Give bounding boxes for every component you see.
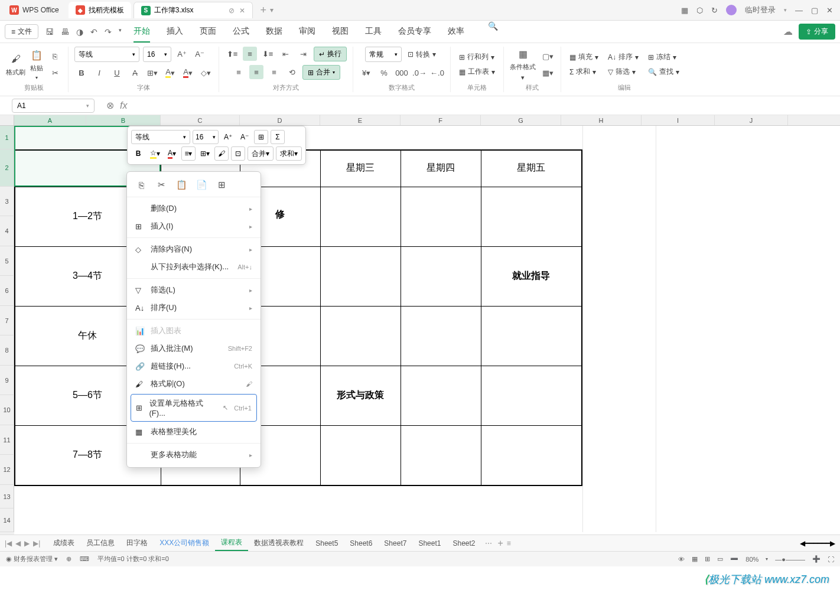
row-header-6[interactable]: 6: [0, 276, 14, 306]
merge-cells-button[interactable]: ⊞合并▾: [302, 65, 340, 80]
mini-sum-text[interactable]: 求和▾: [276, 146, 302, 161]
mini-fontcolor[interactable]: A▾: [165, 146, 179, 161]
mini-inc-font[interactable]: A⁺: [221, 130, 235, 144]
worksheet-button[interactable]: ▦工作表▾: [457, 66, 497, 78]
select-all-corner[interactable]: [0, 115, 14, 125]
indicator-button[interactable]: ◉ 财务报表管理 ▾: [6, 555, 58, 563]
row-header-8[interactable]: 8: [0, 335, 14, 366]
row-header-9[interactable]: 9: [0, 366, 14, 395]
user-avatar[interactable]: [726, 5, 737, 15]
zoom-slider[interactable]: —●———: [775, 556, 805, 563]
ctx-comment[interactable]: 💬插入批注(M)Shift+F2: [127, 340, 261, 357]
mini-fmtbrush[interactable]: 🖌: [214, 146, 229, 161]
ctx-delete[interactable]: 删除(D)▸: [127, 200, 261, 217]
file-tab[interactable]: S 工作簿3.xlsx ⊘ ✕: [134, 2, 253, 18]
zoom-in-button[interactable]: ➕: [812, 555, 821, 563]
rowcol-button[interactable]: ⊞行和列▾: [457, 51, 497, 63]
decrease-indent-button[interactable]: ⇤: [278, 47, 292, 61]
col-header-E[interactable]: E: [320, 115, 401, 125]
borders-button[interactable]: ⊞▾: [145, 66, 159, 80]
row-header-1[interactable]: 1: [0, 126, 14, 149]
view-reading-icon[interactable]: ▭: [717, 555, 723, 563]
history-icon[interactable]: ↻: [711, 6, 718, 15]
save-icon[interactable]: 🖫: [45, 27, 54, 37]
ctx-clear[interactable]: ◇清除内容(N)▸: [127, 240, 261, 258]
sheet-tab-7[interactable]: Sheet6: [344, 537, 378, 550]
row-header-3[interactable]: 3: [0, 187, 14, 216]
increase-indent-button[interactable]: ⇥: [296, 47, 310, 61]
align-middle-button[interactable]: ≡: [243, 47, 257, 61]
mini-autofit[interactable]: ⊡: [231, 146, 245, 161]
mini-border[interactable]: ⊞▾: [198, 146, 212, 161]
tab-tools[interactable]: 工具: [365, 21, 382, 43]
filter-button[interactable]: ▽筛选▾: [605, 66, 641, 78]
login-chevron-icon[interactable]: ▾: [784, 7, 787, 13]
orientation-button[interactable]: ⟲: [285, 65, 299, 79]
col-header-I[interactable]: I: [642, 115, 715, 125]
ctx-paste-icon[interactable]: 📋: [175, 179, 187, 191]
close-window-button[interactable]: ✕: [826, 6, 833, 15]
keyboard-icon[interactable]: ⌨: [80, 555, 89, 563]
tab-page[interactable]: 页面: [200, 21, 216, 43]
find-button[interactable]: 🔍查找▾: [646, 66, 682, 78]
app-grid-icon[interactable]: ▦: [681, 6, 688, 15]
row-header-5[interactable]: 5: [0, 246, 14, 276]
fill-color-button[interactable]: ◇▾: [198, 66, 213, 80]
decrease-font-button[interactable]: A⁻: [193, 47, 207, 61]
template-search-tab[interactable]: ◆ 找稻壳模板: [69, 2, 131, 18]
highlight-button[interactable]: A▾: [163, 66, 177, 80]
fill-button[interactable]: ▦填充▾: [567, 51, 601, 63]
ctx-cut-icon[interactable]: ✂: [155, 179, 167, 191]
font-name-select[interactable]: 等线▾: [74, 47, 139, 62]
sheet-tab-3[interactable]: XXX公司销售额: [154, 536, 215, 550]
style-button-1[interactable]: ▢▾: [541, 49, 555, 63]
sheet-tab-1[interactable]: 员工信息: [80, 536, 121, 550]
hscroll[interactable]: ◀━━━━━━▶: [800, 539, 835, 547]
pin-icon[interactable]: ⊘: [229, 6, 235, 15]
zoom-level[interactable]: 80%: [745, 556, 758, 563]
tab-view[interactable]: 视图: [332, 21, 349, 43]
redo-button[interactable]: ↷: [105, 27, 112, 37]
format-painter-button[interactable]: 🖌格式刷: [6, 53, 25, 77]
row-header-11[interactable]: 11: [0, 425, 14, 455]
mini-align[interactable]: ≡▾: [181, 146, 196, 161]
preview-icon[interactable]: ◑: [76, 27, 83, 37]
row-header-7[interactable]: 7: [0, 306, 14, 335]
tab-data[interactable]: 数据: [266, 21, 282, 43]
font-color-button[interactable]: A▾: [181, 66, 195, 80]
decrease-decimal-button[interactable]: ←.0: [430, 66, 444, 80]
sheet-tab-5[interactable]: 数据透视表教程: [248, 536, 310, 550]
tab-insert[interactable]: 插入: [167, 21, 183, 43]
mini-bold[interactable]: B: [131, 146, 145, 161]
ctx-sort[interactable]: A↓排序(U)▸: [127, 299, 261, 317]
mini-dec-font[interactable]: A⁻: [237, 130, 252, 144]
align-left-button[interactable]: ≡: [232, 65, 246, 79]
ctx-dropdown[interactable]: 从下拉列表中选择(K)...Alt+↓: [127, 258, 261, 276]
tab-member[interactable]: 会员专享: [398, 21, 431, 43]
file-menu-button[interactable]: ≡ 文件: [5, 24, 38, 39]
col-header-B[interactable]: B: [86, 115, 161, 125]
sheet-prev-button[interactable]: ◀: [15, 539, 21, 547]
tab-home[interactable]: 开始: [134, 21, 150, 43]
increase-font-button[interactable]: A⁺: [175, 47, 189, 61]
row-header-10[interactable]: 10: [0, 395, 14, 425]
row-header-14[interactable]: 14: [0, 509, 14, 532]
col-header-F[interactable]: F: [401, 115, 481, 125]
maximize-button[interactable]: ▢: [811, 6, 818, 15]
sheet-list-icon[interactable]: ≡: [507, 539, 511, 547]
sheet-tab-9[interactable]: Sheet1: [412, 537, 447, 550]
cube-icon[interactable]: ⬡: [696, 6, 703, 15]
sheet-last-button[interactable]: ▶|: [33, 539, 40, 547]
mini-sigma-button[interactable]: Σ: [271, 130, 285, 144]
col-header-J[interactable]: J: [715, 115, 788, 125]
undo-button[interactable]: ↶: [90, 27, 97, 37]
mode-icon[interactable]: ⊕: [66, 555, 71, 563]
sheet-tab-0[interactable]: 成绩表: [47, 536, 80, 550]
print-icon[interactable]: 🖶: [61, 27, 69, 37]
tab-menu-icon[interactable]: ▾: [270, 6, 274, 14]
percent-button[interactable]: %: [377, 66, 391, 80]
name-box[interactable]: A1▾: [12, 99, 95, 113]
cloud-icon[interactable]: ☁: [783, 26, 793, 37]
mini-font-select[interactable]: 等线▾: [131, 130, 190, 144]
align-bottom-button[interactable]: ⬇≡: [261, 47, 275, 61]
